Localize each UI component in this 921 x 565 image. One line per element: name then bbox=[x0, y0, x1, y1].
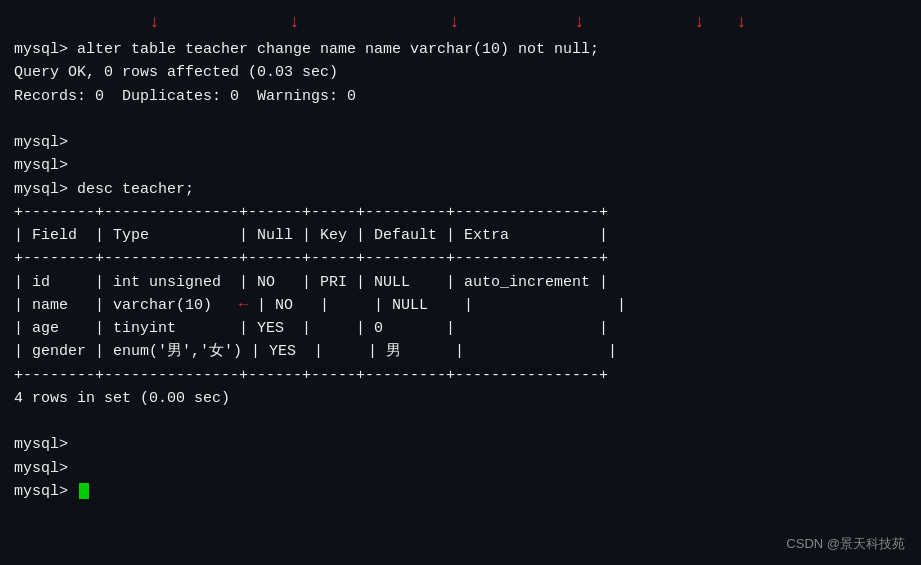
line-6: mysql> bbox=[14, 154, 907, 177]
table-border-bottom: +--------+---------------+------+-----+-… bbox=[14, 364, 907, 387]
line-3: Records: 0 Duplicates: 0 Warnings: 0 bbox=[14, 85, 907, 108]
arrow-1: ↓ bbox=[149, 12, 160, 32]
arrow-6: ↓ bbox=[736, 12, 747, 32]
table-row-name: | name | varchar(10) ← | NO | | NULL | | bbox=[14, 294, 907, 317]
arrow-4: ↓ bbox=[574, 12, 585, 32]
table-row-gender: | gender | enum('男','女') | YES | | 男 | | bbox=[14, 340, 907, 363]
line-7: mysql> desc teacher; bbox=[14, 178, 907, 201]
prompt-active[interactable]: mysql> bbox=[14, 480, 907, 503]
arrow-3: ↓ bbox=[449, 12, 460, 32]
line-1: mysql> alter table teacher change name n… bbox=[14, 38, 907, 61]
inline-arrow: ← bbox=[239, 297, 248, 314]
prompt-2: mysql> bbox=[14, 457, 907, 480]
table-row-age: | age | tinyint | YES | | 0 | | bbox=[14, 317, 907, 340]
arrow-2: ↓ bbox=[289, 12, 300, 32]
arrows-container: ↓ ↓ ↓ ↓ ↓ ↓ bbox=[14, 10, 907, 38]
table-row-id: | id | int unsigned | NO | PRI | NULL | … bbox=[14, 271, 907, 294]
terminal: ↓ ↓ ↓ ↓ ↓ ↓ mysql> alter table teacher c… bbox=[0, 0, 921, 565]
prompt-1: mysql> bbox=[14, 433, 907, 456]
line-2: Query OK, 0 rows affected (0.03 sec) bbox=[14, 61, 907, 84]
table-border-top: +--------+---------------+------+-----+-… bbox=[14, 201, 907, 224]
table-border-header: +--------+---------------+------+-----+-… bbox=[14, 247, 907, 270]
rows-count: 4 rows in set (0.00 sec) bbox=[14, 387, 907, 410]
blank-line bbox=[14, 410, 907, 433]
cursor bbox=[79, 483, 89, 499]
table-header: | Field | Type | Null | Key | Default | … bbox=[14, 224, 907, 247]
line-5: mysql> bbox=[14, 131, 907, 154]
watermark: CSDN @景天科技苑 bbox=[786, 535, 905, 553]
line-4 bbox=[14, 108, 907, 131]
arrow-5: ↓ bbox=[694, 12, 705, 32]
